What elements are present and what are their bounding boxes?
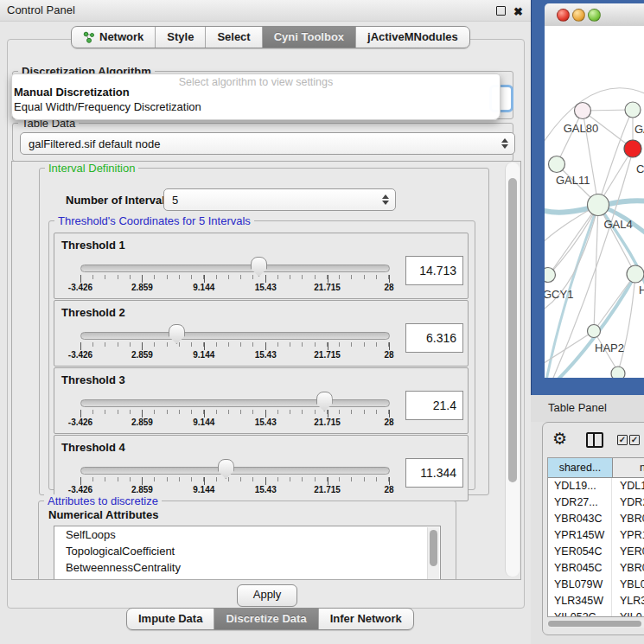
network-node-hap2[interactable]: [588, 325, 601, 338]
table-cell[interactable]: YBR0: [612, 511, 644, 527]
tab-jactivemnodules[interactable]: jActiveMNodules: [355, 27, 469, 48]
table-cell[interactable]: YBR043C: [548, 511, 612, 527]
scrollbar-thumb[interactable]: [548, 621, 641, 627]
threshold-slider-thumb[interactable]: [169, 324, 185, 344]
dropdown-option-manual-discretization[interactable]: Manual Discretization: [14, 86, 130, 99]
threshold-value-field[interactable]: 6.316: [405, 323, 463, 353]
major-tick: [328, 342, 328, 350]
threshold-slider-track[interactable]: [80, 399, 390, 407]
table-row[interactable]: YBR045CYBR0: [548, 560, 644, 577]
table-row[interactable]: YBR043CYBR0: [548, 511, 644, 527]
scrollbar-thumb[interactable]: [508, 178, 517, 482]
table-cell[interactable]: YPR1: [612, 527, 644, 544]
table-cell[interactable]: YIL0: [612, 609, 642, 617]
table-cell[interactable]: YIL052C: [548, 609, 612, 617]
table-cell[interactable]: YBR0: [612, 560, 644, 577]
slider-tick-labels: -3.4262.8599.14415.4321.71528: [80, 418, 389, 428]
column-header-shared[interactable]: shared...: [548, 458, 613, 477]
slider-ticks: [80, 342, 389, 350]
list-item[interactable]: SelfLoops: [54, 526, 440, 543]
list-item[interactable]: TopologicalCoefficient: [54, 543, 440, 559]
table-cell[interactable]: YBL0: [612, 577, 644, 593]
tick-label: -3.426: [68, 418, 92, 427]
table-cell[interactable]: YLR345W: [548, 593, 612, 609]
threshold-value-field[interactable]: 21.4: [405, 391, 463, 420]
tab-style[interactable]: Style: [155, 27, 205, 48]
close-traffic-light[interactable]: [557, 9, 570, 22]
table-cell[interactable]: YDR2: [612, 494, 644, 511]
tab-cyni-toolbox[interactable]: Cyni Toolbox: [262, 27, 355, 48]
table-cell[interactable]: YLR3: [612, 593, 644, 609]
threshold-slider-track[interactable]: [80, 265, 390, 272]
threshold-slider-thumb[interactable]: [251, 257, 267, 277]
network-node-gal4[interactable]: [588, 194, 609, 216]
tab-select[interactable]: Select: [205, 27, 261, 48]
tick-label: 2.859: [131, 418, 153, 427]
threshold-label: Threshold 4: [61, 441, 125, 454]
threshold-slider-thumb[interactable]: [218, 459, 234, 479]
list-scrollbar[interactable]: [427, 527, 439, 580]
threshold-value-field[interactable]: 14.713: [405, 256, 463, 285]
node-label-hap2: HAP2: [595, 341, 624, 354]
major-tick: [265, 342, 266, 350]
threshold-slider-track[interactable]: [80, 467, 390, 475]
network-node[interactable]: [549, 156, 565, 173]
network-node-gal80[interactable]: [575, 103, 591, 119]
table-data-combobox[interactable]: galFiltered.sif default node: [20, 132, 515, 155]
table-row[interactable]: YER054CYER0: [548, 544, 644, 560]
settings-scrollbar[interactable]: [505, 163, 520, 577]
table-row[interactable]: YIL052CYIL0: [548, 609, 644, 617]
list-item[interactable]: BetweennessCentrality: [54, 559, 440, 576]
gear-icon[interactable]: ⚙: [552, 429, 567, 449]
network-node[interactable]: [611, 367, 625, 378]
close-icon[interactable]: ✖: [513, 5, 523, 18]
table-row[interactable]: YBL079WYBL0: [548, 577, 644, 593]
tick-label: 15.43: [255, 350, 277, 360]
tab-discretize-data[interactable]: Discretize Data: [214, 609, 317, 629]
network-node[interactable]: [625, 102, 641, 118]
table-horizontal-scrollbar[interactable]: [547, 620, 644, 628]
table-cell[interactable]: YER054C: [548, 544, 612, 560]
node-label-partial: C: [636, 163, 644, 175]
table-cell[interactable]: YBR045C: [548, 560, 612, 577]
split-columns-icon[interactable]: [586, 432, 603, 448]
checkbox-icon[interactable]: ✓: [629, 435, 640, 445]
column-header-name[interactable]: na: [613, 458, 644, 477]
network-node[interactable]: [627, 265, 644, 283]
number-of-intervals-combobox[interactable]: 5: [163, 188, 396, 211]
network-canvas[interactable]: GAL80 GA C GAL11 GAL4 GCY1 H HAP2: [545, 26, 644, 378]
algorithm-dropdown-popup: Select algorithm to view settings Manual…: [11, 73, 501, 120]
major-tick: [80, 342, 81, 350]
apply-button[interactable]: Apply: [237, 584, 297, 607]
network-node-gcy1[interactable]: [545, 268, 556, 283]
threshold-panel: Threshold 3 -3.4262.8599.14415.4321.7152…: [54, 367, 469, 434]
table-cell[interactable]: YER0: [612, 544, 644, 560]
checkbox-icon[interactable]: ✓: [617, 435, 628, 445]
dropdown-option-equal-width-frequency[interactable]: Equal Width/Frequency Discretization: [14, 100, 201, 113]
minimize-traffic-light[interactable]: [572, 9, 585, 22]
table-cell[interactable]: YPR145W: [548, 527, 612, 544]
table-row[interactable]: YDL19...YDL1: [548, 478, 644, 494]
threshold-panel: Threshold 4 -3.4262.8599.14415.4321.7152…: [54, 435, 469, 501]
tab-impute-data[interactable]: Impute Data: [127, 609, 214, 629]
zoom-traffic-light[interactable]: [588, 9, 601, 22]
tab-network[interactable]: Network: [72, 27, 155, 48]
table-row[interactable]: YDR27...YDR2: [548, 494, 644, 511]
scrollbar-thumb[interactable]: [430, 530, 437, 566]
table-row[interactable]: YLR345WYLR3: [548, 593, 644, 609]
major-tick: [204, 342, 205, 350]
network-node-selected[interactable]: [624, 140, 641, 157]
table-cell[interactable]: YDL1: [612, 478, 644, 494]
table-cell[interactable]: YBL079W: [548, 577, 612, 593]
numerical-attributes-list[interactable]: SelfLoopsTopologicalCoefficientBetweenne…: [54, 526, 441, 580]
threshold-slider-track[interactable]: [80, 332, 390, 340]
table-cell[interactable]: YDR27...: [548, 494, 612, 511]
settings-scroll-viewport: Interval Definition Number of Intervals …: [11, 161, 521, 580]
tab-infer-network[interactable]: Infer Network: [318, 609, 413, 629]
float-window-icon[interactable]: [496, 6, 506, 16]
threshold-label: Threshold 2: [61, 306, 125, 319]
threshold-slider-thumb[interactable]: [316, 392, 333, 411]
threshold-value-field[interactable]: 11.344: [405, 458, 463, 488]
table-row[interactable]: YPR145WYPR1: [548, 527, 644, 544]
table-cell[interactable]: YDL19...: [548, 478, 612, 494]
